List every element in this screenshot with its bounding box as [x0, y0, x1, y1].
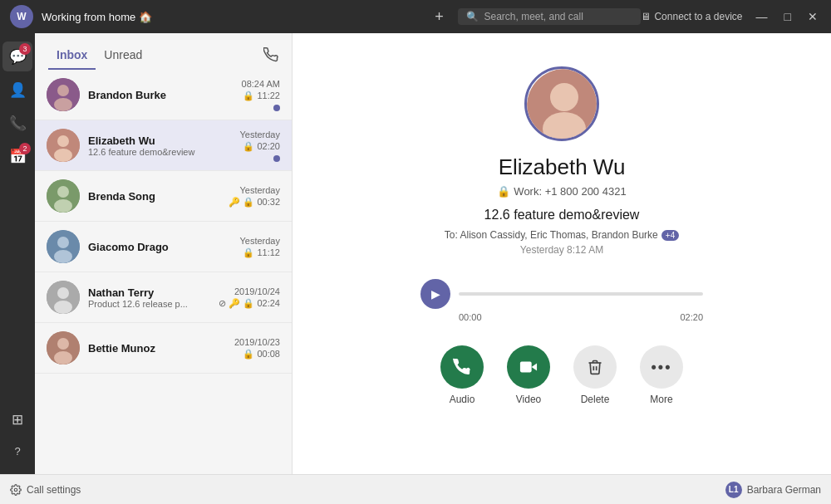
delete-button[interactable]: Delete [573, 345, 617, 405]
search-placeholder: Search, meet, and call [484, 11, 583, 22]
avatar-brenda [47, 179, 80, 213]
more-icon: ••• [640, 345, 683, 389]
time-end: 02:20 [680, 312, 703, 322]
sidebar-item-contacts[interactable]: 👤 [2, 75, 32, 105]
connect-device-button[interactable]: 🖥 Connect to a device [641, 11, 742, 22]
conv-meta-nathan: 2019/10/24 ⊘ 🔑 🔒 02:24 [219, 286, 280, 309]
unread-dot [273, 105, 280, 111]
detail-to: To: Alison Cassidy, Eric Thomas, Brandon… [445, 229, 679, 241]
svg-point-19 [550, 83, 578, 111]
settings-icon [10, 484, 22, 496]
time-labels: 00:00 02:20 [420, 312, 703, 322]
more-button[interactable]: ••• More [640, 345, 683, 405]
search-icon: 🔍 [466, 11, 479, 22]
svg-rect-22 [520, 362, 532, 373]
play-button[interactable]: ▶ [420, 279, 450, 309]
tab-unread[interactable]: Unread [96, 42, 150, 70]
svg-point-2 [54, 98, 72, 111]
svg-point-23 [14, 488, 17, 492]
apps-icon: ⊞ [12, 411, 23, 428]
main-content: 💬 3 👤 📞 📅 2 ⊞ ? Inbox Unread [0, 33, 831, 474]
conv-item-bettie[interactable]: Bettie Munoz 2019/10/23 🔒 00:08 [35, 323, 292, 374]
conv-item-elizabeth[interactable]: Elizabeth Wu 12.6 feature demo&review Ye… [35, 120, 292, 171]
detail-phone: 🔒 Work: +1 800 200 4321 [497, 185, 626, 198]
conv-body-nathan: Nathan Terry Product 12.6 release p... [88, 286, 210, 309]
avatar-bettie [47, 331, 80, 365]
conv-name: Brandon Burke [88, 89, 234, 101]
progress-bar[interactable] [459, 292, 703, 296]
svg-point-13 [57, 287, 69, 299]
action-buttons: Audio Video Delete ••• [440, 345, 683, 405]
video-icon [507, 345, 550, 389]
audio-icon [440, 345, 484, 389]
audio-player: ▶ 00:00 02:20 [420, 279, 703, 322]
time-start: 00:00 [459, 312, 482, 322]
unread-dot [273, 155, 280, 162]
conv-meta-giacomo: Yesterday 🔒 11:12 [239, 236, 280, 258]
detail-subject: 12.6 feature demo&review [484, 208, 640, 223]
avatar-nathan [47, 281, 80, 314]
conv-name: Brenda Song [88, 190, 220, 203]
tab-inbox[interactable]: Inbox [48, 42, 96, 70]
delete-label: Delete [581, 394, 610, 405]
add-button[interactable]: + [430, 7, 448, 26]
call-settings-label: Call settings [27, 484, 81, 496]
maximize-button[interactable]: □ [781, 10, 794, 23]
sidebar-item-calendar[interactable]: 📅 2 [2, 141, 32, 171]
svg-point-14 [54, 301, 72, 314]
video-button[interactable]: Video [507, 345, 550, 405]
lock-icon: 🔒 [497, 185, 510, 198]
conv-name: Giacomo Drago [88, 241, 231, 253]
conv-body-elizabeth: Elizabeth Wu 12.6 feature demo&review [88, 135, 231, 157]
conversations-panel: Inbox Unread Brandon Burke 08:24 AM [35, 33, 293, 474]
avatar-elizabeth [47, 129, 80, 162]
svg-point-11 [54, 250, 72, 263]
svg-point-1 [57, 85, 69, 96]
close-button[interactable]: ✕ [804, 10, 821, 23]
detail-more-badge: +4 [661, 230, 679, 241]
titlebar: W Working from home 🏠 + 🔍 Search, meet, … [0, 0, 831, 33]
help-icon: ? [14, 445, 20, 458]
svg-point-8 [54, 199, 72, 213]
minimize-button[interactable]: — [753, 10, 771, 23]
panel-header: Inbox Unread [35, 33, 292, 70]
sidebar-item-help[interactable]: ? [2, 436, 32, 466]
search-bar[interactable]: 🔍 Search, meet, and call [458, 8, 641, 25]
panel-tabs: Inbox Unread [48, 42, 150, 70]
calendar-badge: 2 [19, 143, 31, 154]
conv-item-brandon[interactable]: Brandon Burke 08:24 AM 🔒 11:22 [35, 70, 292, 120]
user-name: Barbara German [747, 484, 821, 496]
conv-item-nathan[interactable]: Nathan Terry Product 12.6 release p... 2… [35, 272, 292, 323]
chat-badge: 3 [19, 43, 31, 55]
conv-name: Nathan Terry [88, 286, 210, 299]
call-settings-button[interactable]: Call settings [10, 484, 81, 496]
user-avatar[interactable]: W [10, 5, 33, 28]
conv-name: Bettie Munoz [88, 342, 226, 355]
sidebar-item-apps[interactable]: ⊞ [2, 404, 32, 434]
audio-button[interactable]: Audio [440, 345, 484, 405]
conversation-list: Brandon Burke 08:24 AM 🔒 11:22 Elizabeth… [35, 70, 292, 474]
calls-icon: 📞 [9, 115, 27, 132]
sidebar-item-chat[interactable]: 💬 3 [2, 42, 32, 71]
detail-name: Elizabeth Wu [499, 154, 626, 180]
avatar-brandon [47, 78, 80, 111]
svg-point-5 [54, 149, 72, 162]
svg-point-16 [57, 338, 69, 350]
conv-item-giacomo[interactable]: Giacomo Drago Yesterday 🔒 11:12 [35, 222, 292, 272]
sidebar-bottom: ⊞ ? [2, 403, 32, 467]
conv-preview: 12.6 feature demo&review [88, 147, 231, 157]
svg-marker-21 [532, 363, 537, 370]
app-title: Working from home 🏠 [42, 11, 430, 23]
avatar-giacomo [47, 230, 80, 263]
svg-point-17 [54, 351, 72, 365]
conv-body-brandon: Brandon Burke [88, 89, 234, 101]
contacts-icon: 👤 [9, 81, 27, 99]
filter-calls-icon[interactable] [263, 47, 278, 65]
bottombar: Call settings L1 Barbara German [0, 474, 831, 504]
sidebar: 💬 3 👤 📞 📅 2 ⊞ ? [0, 33, 35, 474]
conv-meta-elizabeth: Yesterday 🔒 02:20 [239, 130, 280, 162]
sidebar-item-calls[interactable]: 📞 [2, 108, 32, 138]
conv-meta-brandon: 08:24 AM 🔒 11:22 [242, 79, 280, 111]
conv-name: Elizabeth Wu [88, 135, 231, 147]
conv-item-brenda[interactable]: Brenda Song Yesterday 🔑 🔒 00:32 [35, 171, 292, 222]
